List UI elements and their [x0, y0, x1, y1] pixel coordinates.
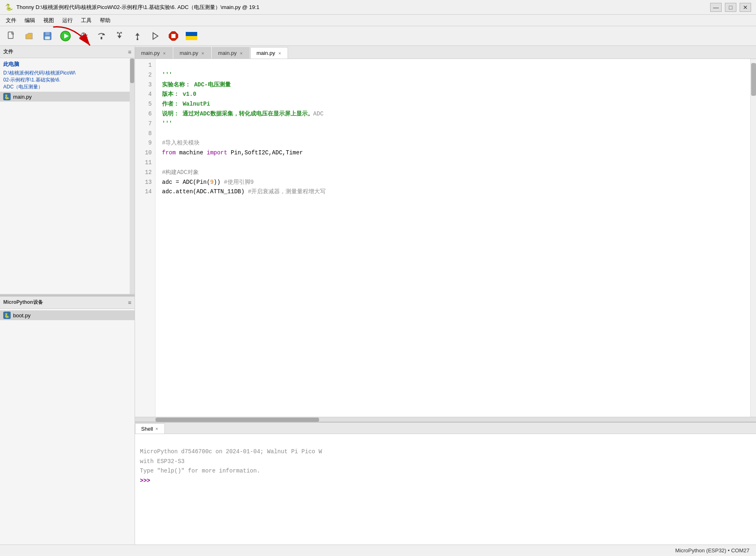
- pc-label[interactable]: 此电脑: [0, 60, 135, 69]
- svg-point-8: [84, 34, 86, 35]
- device-file-tree: 🐍 boot.py: [0, 309, 135, 322]
- tab-2[interactable]: main.py ×: [173, 47, 211, 59]
- shell-panel: Shell × MicroPython d7546700c on 2024-01…: [135, 422, 756, 545]
- svg-rect-2: [45, 32, 50, 35]
- minimize-button[interactable]: —: [710, 3, 722, 12]
- shell-tab-label: Shell: [141, 426, 153, 432]
- menu-help[interactable]: 帮助: [96, 16, 115, 25]
- line-numbers: 1 2 3 4 5 6 7 8 9 10 11 12 13 14: [135, 59, 155, 417]
- tab-4-label: main.py: [256, 50, 275, 56]
- code-editor[interactable]: 1 2 3 4 5 6 7 8 9 10 11 12 13 14 ''' 实验名…: [135, 59, 756, 422]
- svg-rect-3: [45, 36, 50, 39]
- new-button[interactable]: [3, 29, 20, 43]
- svg-rect-13: [83, 38, 84, 40]
- open-button[interactable]: [21, 29, 38, 43]
- device-header: MicroPython设备 ≡: [0, 296, 135, 309]
- menu-bar: 文件 编辑 视图 运行 工具 帮助: [0, 15, 756, 26]
- shell-line-2: with ESP32-S3: [140, 458, 184, 465]
- tab-2-label: main.py: [180, 50, 198, 56]
- device-header-icons: ≡: [128, 299, 131, 306]
- window-controls: — □ ✕: [710, 3, 751, 12]
- stop-button[interactable]: [165, 29, 182, 43]
- shell-tab[interactable]: Shell ×: [135, 423, 165, 434]
- svg-rect-25: [186, 36, 197, 40]
- right-panel: main.py × main.py × main.py × main.py × …: [135, 46, 756, 545]
- menu-view[interactable]: 视图: [39, 16, 58, 25]
- svg-point-6: [81, 33, 86, 38]
- title-bar: 🐍 Thonny D:\核桃派例程代码\核桃派PicoW\02-示例程序\1.基…: [0, 0, 756, 15]
- pc-file-name: main.py: [13, 94, 32, 100]
- shell-tabs: Shell ×: [135, 423, 756, 434]
- save-button[interactable]: [39, 29, 56, 43]
- svg-marker-16: [117, 36, 122, 38]
- device-header-label: MicroPython设备: [3, 299, 43, 306]
- svg-line-11: [79, 37, 81, 38]
- shell-line-3: Type "help()" for more information.: [140, 468, 260, 474]
- status-text: MicroPython (ESP32) • COM27: [675, 547, 749, 554]
- status-bar: MicroPython (ESP32) • COM27: [0, 545, 756, 556]
- flag-button[interactable]: [183, 29, 200, 43]
- files-header-icons: ≡: [128, 49, 131, 55]
- pc-file-item[interactable]: 🐍 main.py: [0, 92, 135, 102]
- files-section: 文件 ≡ 此电脑 D:\核桃派例程代码\核桃派PicoW\ 02-示例程序\1.…: [0, 46, 135, 294]
- tab-4[interactable]: main.py ×: [250, 47, 288, 59]
- v-scrollbar[interactable]: [750, 59, 756, 417]
- h-scrollbar-thumb: [155, 418, 319, 422]
- tab-2-close[interactable]: ×: [201, 51, 205, 56]
- sidebar: 文件 ≡ 此电脑 D:\核桃派例程代码\核桃派PicoW\ 02-示例程序\1.…: [0, 46, 135, 545]
- svg-rect-24: [186, 32, 197, 36]
- menu-run[interactable]: 运行: [58, 16, 77, 25]
- step-out-button[interactable]: [129, 29, 146, 43]
- code-content: 1 2 3 4 5 6 7 8 9 10 11 12 13 14 ''' 实验名…: [135, 59, 756, 417]
- shell-tab-close[interactable]: ×: [155, 426, 159, 431]
- device-file-name: boot.py: [13, 312, 31, 319]
- files-scroll-area[interactable]: 此电脑 D:\核桃派例程代码\核桃派PicoW\ 02-示例程序\1.基础实验\…: [0, 58, 135, 294]
- svg-point-7: [81, 34, 83, 35]
- step-over-button[interactable]: [93, 29, 110, 43]
- tab-3-close[interactable]: ×: [239, 51, 243, 56]
- tab-4-close[interactable]: ×: [277, 51, 281, 56]
- step-into-button[interactable]: [111, 29, 128, 43]
- editor-tabs: main.py × main.py × main.py × main.py ×: [135, 46, 756, 59]
- sidebar-scrollbar[interactable]: [130, 58, 135, 294]
- v-scrollbar-thumb: [751, 63, 756, 96]
- svg-rect-17: [117, 32, 119, 34]
- shell-line-1: MicroPython d7546700c on 2024-01-04; Wal…: [140, 448, 322, 455]
- maximize-button[interactable]: □: [725, 3, 736, 12]
- toolbar: [0, 26, 756, 46]
- svg-rect-18: [120, 32, 122, 34]
- svg-rect-23: [171, 34, 176, 38]
- svg-rect-20: [137, 38, 138, 40]
- svg-rect-0: [8, 32, 13, 38]
- close-button[interactable]: ✕: [740, 3, 751, 12]
- app-icon: 🐍: [5, 3, 13, 11]
- run-button[interactable]: [57, 29, 74, 43]
- h-scrollbar[interactable]: [135, 417, 756, 422]
- device-file-item[interactable]: 🐍 boot.py: [0, 310, 135, 320]
- shell-prompt[interactable]: >>>: [140, 477, 150, 484]
- tab-1-close[interactable]: ×: [162, 51, 166, 56]
- files-menu-icon[interactable]: ≡: [128, 49, 131, 55]
- tab-3[interactable]: main.py ×: [212, 47, 250, 59]
- device-scroll-area[interactable]: 🐍 boot.py: [0, 309, 135, 545]
- resume-button[interactable]: [147, 29, 164, 43]
- menu-edit[interactable]: 编辑: [20, 16, 39, 25]
- device-menu-icon[interactable]: ≡: [128, 299, 131, 306]
- tab-3-label: main.py: [218, 50, 237, 56]
- svg-line-10: [86, 35, 88, 36]
- svg-line-12: [86, 37, 88, 38]
- main-content: 文件 ≡ 此电脑 D:\核桃派例程代码\核桃派PicoW\ 02-示例程序\1.…: [0, 46, 756, 545]
- menu-tools[interactable]: 工具: [77, 16, 96, 25]
- shell-content[interactable]: MicroPython d7546700c on 2024-01-04; Wal…: [135, 434, 756, 545]
- sidebar-scrollbar-thumb: [130, 59, 134, 83]
- svg-marker-21: [153, 33, 158, 39]
- menu-file[interactable]: 文件: [2, 16, 20, 25]
- tab-1-label: main.py: [141, 50, 160, 56]
- code-lines[interactable]: ''' 实验名称： ADC-电压测量 版本： v1.0 作者： WalnutPi…: [155, 59, 750, 417]
- tab-1[interactable]: main.py ×: [135, 47, 173, 59]
- title-bar-text: Thonny D:\核桃派例程代码\核桃派PicoW\02-示例程序\1.基础实…: [16, 4, 710, 11]
- svg-rect-15: [101, 37, 102, 39]
- files-header-label: 文件: [3, 48, 13, 55]
- files-header: 文件 ≡: [0, 46, 135, 58]
- debug-button[interactable]: [75, 29, 92, 43]
